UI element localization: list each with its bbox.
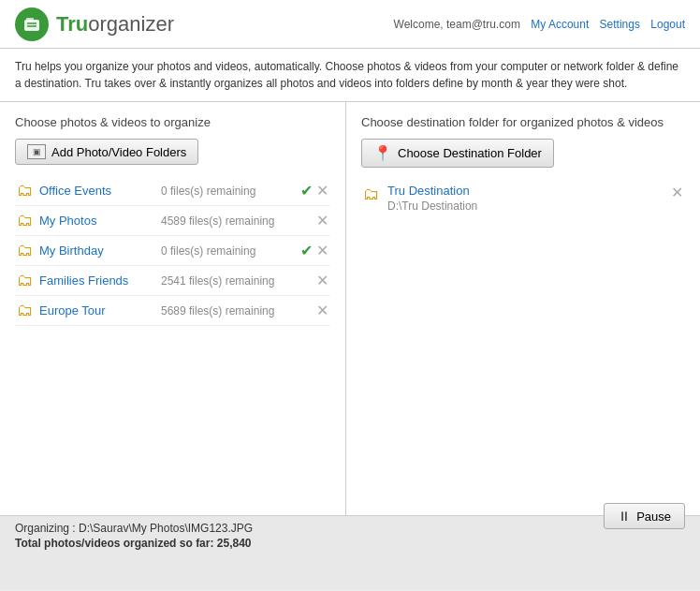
- remove-folder-1[interactable]: ✕: [316, 212, 328, 229]
- check-icon-2: ✔: [300, 242, 313, 259]
- folder-icon-1: 🗂: [17, 211, 34, 230]
- folder-actions-3: ✕: [316, 272, 328, 289]
- my-account-link[interactable]: My Account: [531, 18, 589, 31]
- total-status: Total photos/videos organized so far: 25…: [15, 537, 685, 550]
- pause-icon: ⏸: [618, 509, 631, 524]
- remove-folder-2[interactable]: ✕: [316, 242, 328, 259]
- folder-status-4: 5689 files(s) remaining: [161, 304, 316, 318]
- folder-item-3: 🗂 Families Friends 2541 files(s) remaini…: [15, 266, 330, 296]
- main-content: Choose photos & videos to organize ▣ Add…: [0, 102, 700, 515]
- pause-button[interactable]: ⏸ Pause: [604, 503, 685, 529]
- pause-label: Pause: [636, 510, 671, 524]
- right-panel-title: Choose destination folder for organized …: [361, 115, 685, 129]
- logout-link[interactable]: Logout: [650, 18, 685, 31]
- logo-area: Truorganizer: [15, 7, 174, 41]
- status-bar: Organizing : D:\Saurav\My Photos\IMG123.…: [0, 515, 700, 590]
- folder-name-2[interactable]: My Birthday: [39, 244, 161, 258]
- remove-folder-3[interactable]: ✕: [316, 272, 328, 289]
- nav-links: Welcome, team@tru.com My Account Setting…: [394, 18, 685, 31]
- folder-status-2: 0 files(s) remaining: [161, 244, 300, 258]
- photo-icon: ▣: [27, 144, 46, 159]
- intro-text: Tru helps you organize your photos and v…: [15, 58, 685, 92]
- folder-icon-0: 🗂: [17, 181, 34, 200]
- dest-folder-info: Tru Destination D:\Tru Destination: [387, 184, 671, 213]
- left-panel-title: Choose photos & videos to organize: [15, 115, 330, 129]
- remove-destination[interactable]: ✕: [671, 184, 683, 201]
- header: Truorganizer Welcome, team@tru.com My Ac…: [0, 0, 700, 49]
- logo-icon: [15, 7, 49, 41]
- choose-dest-label: Choose Destination Folder: [398, 146, 542, 160]
- pin-icon: 📍: [373, 144, 392, 162]
- add-photo-video-button[interactable]: ▣ Add Photo/Video Folders: [15, 139, 198, 165]
- dest-folder-path: D:\Tru Destination: [387, 199, 671, 213]
- svg-rect-1: [26, 18, 34, 22]
- logo-text: Truorganizer: [56, 12, 174, 37]
- folder-icon-3: 🗂: [17, 271, 34, 290]
- folder-name-3[interactable]: Families Friends: [39, 273, 161, 288]
- folder-actions-1: ✕: [316, 212, 328, 229]
- folder-icon-2: 🗂: [17, 241, 34, 260]
- folder-item-2: 🗂 My Birthday 0 files(s) remaining ✔ ✕: [15, 236, 330, 266]
- logo-bold: Tru: [56, 12, 88, 36]
- check-icon-0: ✔: [300, 182, 313, 199]
- folder-status-1: 4589 files(s) remaining: [161, 214, 316, 228]
- destination-folder: 🗂 Tru Destination D:\Tru Destination ✕: [361, 179, 685, 217]
- intro-section: Tru helps you organize your photos and v…: [0, 49, 700, 102]
- settings-link[interactable]: Settings: [600, 18, 640, 31]
- folder-actions-4: ✕: [316, 302, 328, 319]
- add-button-label: Add Photo/Video Folders: [51, 145, 186, 159]
- folder-actions-2: ✔ ✕: [300, 242, 328, 259]
- folder-item-4: 🗂 Europe Tour 5689 files(s) remaining ✕: [15, 296, 330, 326]
- logo-rest: organizer: [88, 12, 174, 36]
- remove-folder-0[interactable]: ✕: [316, 182, 328, 199]
- choose-destination-button[interactable]: 📍 Choose Destination Folder: [361, 139, 554, 168]
- folder-status-0: 0 files(s) remaining: [161, 185, 300, 198]
- remove-folder-4[interactable]: ✕: [316, 302, 328, 319]
- folder-list: 🗂 Office Events 0 files(s) remaining ✔ ✕…: [15, 176, 330, 326]
- dest-folder-name[interactable]: Tru Destination: [387, 184, 671, 198]
- right-panel: Choose destination folder for organized …: [346, 102, 700, 515]
- folder-item-0: 🗂 Office Events 0 files(s) remaining ✔ ✕: [15, 176, 330, 206]
- folder-item-1: 🗂 My Photos 4589 files(s) remaining ✕: [15, 206, 330, 236]
- dest-folder-icon: 🗂: [363, 185, 380, 204]
- folder-status-3: 2541 files(s) remaining: [161, 274, 316, 288]
- folder-name-4[interactable]: Europe Tour: [39, 303, 161, 318]
- welcome-text: Welcome, team@tru.com: [394, 18, 520, 31]
- folder-name-0[interactable]: Office Events: [39, 184, 161, 198]
- left-panel: Choose photos & videos to organize ▣ Add…: [0, 102, 346, 515]
- folder-icon-4: 🗂: [17, 301, 34, 320]
- folder-name-1[interactable]: My Photos: [39, 214, 161, 228]
- folder-actions-0: ✔ ✕: [300, 182, 328, 199]
